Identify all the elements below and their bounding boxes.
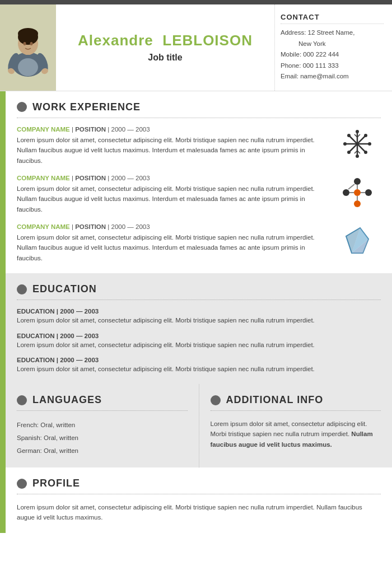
svg-point-18 bbox=[343, 142, 347, 146]
profile-header: PROFILE bbox=[17, 478, 381, 489]
icon-svg-2 bbox=[340, 176, 374, 209]
work-icon-3 bbox=[339, 223, 375, 260]
work-description: Lorem ipsum dolor sit amet, consectetur … bbox=[17, 135, 330, 166]
edu-meta: EDUCATION | 2000 — 2003 bbox=[17, 357, 381, 363]
header-name-block: Alexandre LEBLOISON Job title bbox=[56, 4, 274, 91]
work-years: 2000 — 2003 bbox=[111, 223, 150, 230]
svg-point-7 bbox=[30, 42, 33, 45]
languages-divider bbox=[17, 410, 188, 411]
work-meta: COMPANY NAME | POSITION | 2000 — 2003 bbox=[17, 175, 330, 181]
language-item: Spanish: Oral, written bbox=[17, 432, 188, 445]
address-label: Address: bbox=[281, 29, 306, 36]
work-years: 2000 — 2003 bbox=[111, 175, 150, 181]
edu-years: 2000 — 2003 bbox=[60, 333, 99, 339]
education-title: EDUCATION bbox=[32, 283, 97, 295]
phone-label: Phone: bbox=[281, 62, 301, 69]
work-text: COMPANY NAME | POSITION | 2000 — 2003 Lo… bbox=[17, 126, 339, 166]
profile-section: PROFILE Lorem ipsum dolor sit amet, cons… bbox=[6, 467, 392, 533]
work-dot bbox=[17, 102, 27, 112]
languages-title: LANGUAGES bbox=[32, 394, 102, 406]
header: Alexandre LEBLOISON Job title CONTACT Ad… bbox=[0, 4, 392, 91]
work-position: POSITION bbox=[75, 223, 106, 230]
profile-text: Lorem ipsum dolor sit amet, consectetur … bbox=[17, 502, 381, 523]
languages-dot bbox=[17, 395, 27, 405]
svg-point-32 bbox=[354, 200, 361, 207]
work-description: Lorem ipsum dolor sit amet, consectetur … bbox=[17, 232, 330, 263]
svg-line-37 bbox=[348, 184, 354, 189]
additional-info-title: ADDITIONAL INFO bbox=[226, 394, 324, 406]
last-name: LEBLOISON bbox=[162, 32, 253, 49]
svg-point-28 bbox=[354, 189, 361, 196]
work-text: COMPANY NAME | POSITION | 2000 — 2003 Lo… bbox=[17, 223, 339, 263]
edu-meta: EDUCATION | 2000 — 2003 bbox=[17, 333, 381, 339]
company-name: COMPANY NAME bbox=[17, 175, 70, 181]
work-text: COMPANY NAME | POSITION | 2000 — 2003 Lo… bbox=[17, 175, 339, 214]
edu-description: Lorem ipsum dolor sit amet, consectetur … bbox=[17, 316, 381, 325]
mobile-label: Mobile: bbox=[281, 51, 301, 58]
svg-point-20 bbox=[347, 134, 351, 137]
main-wrapper: WORK EXPERIENCE COMPANY NAME | POSITION … bbox=[0, 91, 392, 533]
svg-point-6 bbox=[24, 42, 26, 45]
work-entry: COMPANY NAME | POSITION | 2000 — 2003 Lo… bbox=[17, 175, 375, 214]
languages-header: LANGUAGES bbox=[17, 394, 188, 406]
svg-point-5 bbox=[18, 29, 38, 45]
city: New York bbox=[298, 40, 326, 47]
additional-info-col: ADDITIONAL INFO Lorem ipsum dolor sit am… bbox=[199, 384, 393, 467]
top-bar bbox=[0, 0, 392, 4]
icon-svg-3 bbox=[340, 225, 374, 259]
address-value: 12 Street Name, bbox=[308, 29, 355, 36]
svg-point-30 bbox=[365, 189, 372, 196]
phone-value: 000 111 333 bbox=[303, 62, 339, 69]
svg-point-29 bbox=[343, 189, 349, 196]
work-divider bbox=[17, 118, 381, 118]
work-experience-section: WORK EXPERIENCE COMPANY NAME | POSITION … bbox=[6, 91, 392, 274]
edu-description: Lorem ipsum dolor sit amet, consectetur … bbox=[17, 364, 381, 374]
email-value: name@mail.com bbox=[300, 73, 348, 79]
additional-info-text: Lorem ipsum dolor sit amet, consectetur … bbox=[211, 419, 381, 450]
contact-block: CONTACT Address: 12 Street Name, New Yor… bbox=[274, 4, 392, 91]
work-entry: COMPANY NAME | POSITION | 2000 — 2003 Lo… bbox=[17, 223, 375, 263]
additional-divider bbox=[211, 410, 381, 411]
work-icon-1 bbox=[339, 126, 375, 162]
work-meta: COMPANY NAME | POSITION | 2000 — 2003 bbox=[17, 126, 330, 133]
add-info-main: Lorem ipsum dolor sit amet, consectetur … bbox=[211, 420, 367, 437]
svg-point-17 bbox=[356, 155, 359, 158]
work-years: 2000 — 2003 bbox=[111, 126, 150, 133]
language-item: German: Oral, written bbox=[17, 445, 188, 457]
edu-years: 2000 — 2003 bbox=[60, 357, 99, 363]
additional-info-header: ADDITIONAL INFO bbox=[211, 394, 381, 406]
main-content: WORK EXPERIENCE COMPANY NAME | POSITION … bbox=[6, 91, 392, 533]
edu-meta: EDUCATION | 2000 — 2003 bbox=[17, 308, 381, 315]
svg-point-16 bbox=[356, 130, 359, 133]
edu-description: Lorem ipsum dolor sit amet, consectetur … bbox=[17, 340, 381, 350]
profile-photo bbox=[0, 4, 56, 91]
side-accent bbox=[0, 91, 6, 533]
svg-point-21 bbox=[364, 151, 367, 154]
svg-point-19 bbox=[368, 142, 371, 146]
work-entries: COMPANY NAME | POSITION | 2000 — 2003 Lo… bbox=[17, 126, 381, 264]
work-meta: COMPANY NAME | POSITION | 2000 — 2003 bbox=[17, 223, 330, 230]
mobile-value: 000 222 444 bbox=[303, 51, 339, 58]
edu-entries: EDUCATION | 2000 — 2003 Lorem ipsum dolo… bbox=[17, 308, 381, 374]
svg-point-23 bbox=[347, 151, 351, 154]
contact-info: Address: 12 Street Name, New York Mobile… bbox=[281, 27, 384, 82]
education-dot bbox=[17, 284, 27, 294]
edu-entry: EDUCATION | 2000 — 2003 Lorem ipsum dolo… bbox=[17, 308, 381, 325]
profile-title: PROFILE bbox=[32, 478, 80, 489]
edu-entry: EDUCATION | 2000 — 2003 Lorem ipsum dolo… bbox=[17, 357, 381, 374]
first-name: Alexandre bbox=[78, 32, 153, 49]
work-description: Lorem ipsum dolor sit amet, consectetur … bbox=[17, 184, 330, 214]
work-experience-title: WORK EXPERIENCE bbox=[32, 101, 141, 113]
person-illustration bbox=[6, 17, 50, 78]
company-name: COMPANY NAME bbox=[17, 126, 70, 133]
languages-list: French: Oral, written Spanish: Oral, wri… bbox=[17, 419, 188, 457]
languages-addinfo-section: LANGUAGES French: Oral, written Spanish:… bbox=[6, 384, 392, 467]
svg-point-1 bbox=[18, 58, 38, 76]
additional-dot bbox=[211, 395, 221, 405]
profile-dot bbox=[17, 479, 27, 489]
languages-col: LANGUAGES French: Oral, written Spanish:… bbox=[6, 384, 199, 467]
work-entry: COMPANY NAME | POSITION | 2000 — 2003 Lo… bbox=[17, 126, 375, 166]
edu-entry: EDUCATION | 2000 — 2003 Lorem ipsum dolo… bbox=[17, 333, 381, 350]
company-name: COMPANY NAME bbox=[17, 223, 70, 230]
work-experience-header: WORK EXPERIENCE bbox=[17, 101, 381, 113]
